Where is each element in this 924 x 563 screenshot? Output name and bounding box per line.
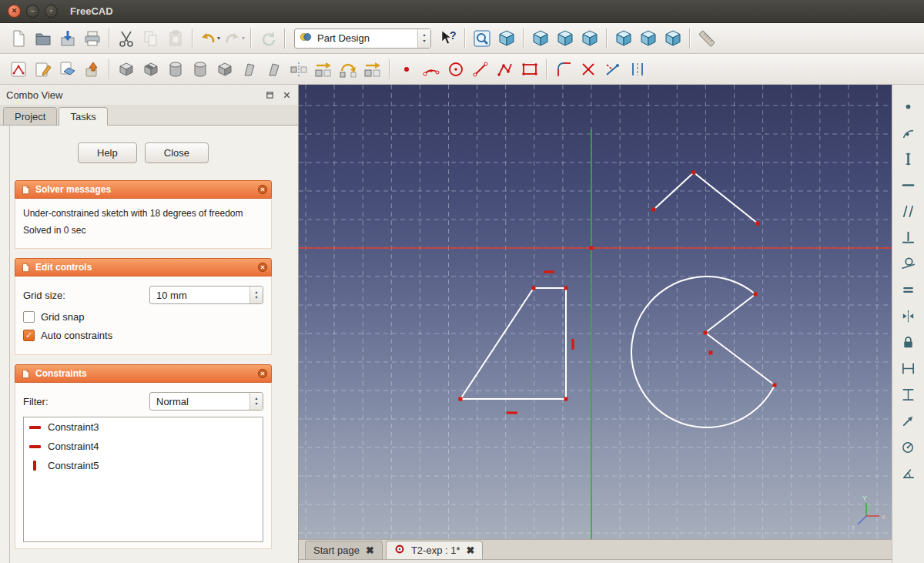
workbench-selector[interactable]: Part Design▴▾ [294,28,431,49]
window-close-button[interactable]: ✕ [8,5,21,18]
pad-button[interactable] [114,57,139,82]
multitransform-button[interactable] [360,57,385,82]
draft-button[interactable] [262,57,286,82]
constraint-list-item[interactable]: Constraint3 [24,417,263,437]
view-top-button[interactable] [553,26,578,51]
refresh-button[interactable] [256,26,280,51]
constraint-parallel-button[interactable] [898,200,919,222]
view-front-button[interactable] [528,26,553,51]
constraint-block-button[interactable] [898,331,919,353]
collapse-section-icon[interactable] [257,184,268,195]
tab-project[interactable]: Project [3,107,57,125]
point-button[interactable] [394,57,419,82]
constraints-section: Constraints Filter: Normal [15,364,272,549]
redo-button[interactable]: ▾ [222,26,246,51]
external-geometry-button[interactable] [601,57,625,82]
constraint-list: Constraint3Constraint4Constraint5 [23,417,263,542]
constraint-horizontal-button[interactable] [898,174,919,196]
polar-pattern-button[interactable] [336,57,360,82]
constraint-equal-button[interactable] [898,279,919,300]
edit-controls-header[interactable]: Edit controls [15,258,272,276]
spinner-arrows-icon[interactable]: ▴▾ [249,287,263,303]
help-button[interactable]: Help [78,142,137,163]
constraint-angle-button[interactable] [898,462,919,484]
edit-sketch-button[interactable] [31,57,55,82]
circle-button[interactable] [444,57,468,82]
undo-button[interactable]: ▾ [197,26,222,51]
document-tabbar: Start page✖T2-exp : 1*✖ [299,539,892,559]
toolbar-partdesign-sketcher [0,54,924,85]
constraint-tangent-button[interactable] [898,253,919,274]
constraint-distance-button[interactable] [898,410,919,431]
3d-viewport[interactable]: Yxz [299,85,892,539]
constraint-distance-x-button[interactable] [898,357,919,379]
pocket-button[interactable] [139,57,163,82]
view-axonometric-button[interactable] [494,26,519,51]
arc-button[interactable] [419,57,444,82]
constraint-distance-y-button[interactable] [898,384,919,405]
constraints-header[interactable]: Constraints [15,364,272,383]
spinner-arrows-icon[interactable]: ▴▾ [417,29,430,48]
spinner-arrows-icon[interactable]: ▴▾ [249,393,263,410]
polyline-button[interactable] [493,57,517,82]
mirrored-button[interactable] [286,57,311,82]
close-tab-icon[interactable]: ✖ [366,545,374,556]
revolution-button[interactable] [163,57,188,82]
groove-button[interactable] [188,57,213,82]
tab-tasks[interactable]: Tasks [59,107,107,126]
create-sketch-button[interactable] [6,57,31,82]
fit-all-button[interactable] [470,26,494,51]
constraint-symmetric-button[interactable] [898,305,919,327]
rectangle-button[interactable] [517,57,542,82]
grid-size-select[interactable]: 10 mm ▴▾ [149,286,263,304]
open-file-button[interactable] [31,26,55,51]
copy-button[interactable] [139,26,163,51]
collapse-section-icon[interactable] [257,368,268,379]
sketch-fillet-button[interactable] [551,57,576,82]
constraint-perpendicular-button[interactable] [898,226,919,248]
document-tab[interactable]: T2-exp : 1*✖ [386,541,484,559]
fillet-button[interactable] [213,57,237,82]
constraint-list-item[interactable]: Constraint5 [24,456,263,475]
line-button[interactable] [468,57,493,82]
collapse-section-icon[interactable] [257,262,268,273]
view-left-button[interactable] [661,26,685,51]
combo-view-header: Combo View [0,85,298,105]
paste-button[interactable] [163,26,188,51]
close-button[interactable]: Close [145,142,209,163]
chamfer-button[interactable] [237,57,262,82]
construction-mode-button[interactable] [625,57,650,82]
grid-snap-checkbox[interactable] [23,311,35,323]
view-rear-button[interactable] [611,26,636,51]
constraint-point-on-object-button[interactable] [898,122,919,143]
window-minimize-button[interactable]: – [26,5,39,18]
dropdown-arrow-icon[interactable]: ▾ [217,35,220,42]
float-panel-icon[interactable] [264,89,275,100]
print-button[interactable] [80,26,105,51]
leave-sketch-button[interactable] [80,57,105,82]
view-right-button[interactable] [578,26,602,51]
dropdown-arrow-icon[interactable]: ▾ [242,35,245,42]
auto-constraints-checkbox[interactable]: ✓ [23,330,35,341]
solver-messages-header[interactable]: Solver messages [15,180,272,199]
constraint-list-item[interactable]: Constraint4 [24,437,263,456]
measure-distance-button[interactable] [695,26,719,51]
map-sketch-button[interactable] [55,57,80,82]
linear-pattern-button[interactable] [311,57,336,82]
constraint-filter-select[interactable]: Normal ▴▾ [149,392,263,411]
new-file-button[interactable] [6,26,31,51]
constraint-vertical-button[interactable] [898,148,919,169]
save-button[interactable] [55,26,80,51]
cut-button[interactable] [114,26,139,51]
constraint-radius-button[interactable] [898,436,919,457]
document-tab[interactable]: Start page✖ [305,541,383,559]
view-bottom-button[interactable] [636,26,661,51]
constraint-coincident-button[interactable] [898,96,919,117]
whats-this-button[interactable]: ? [436,26,460,51]
toolbar-separator [389,59,390,79]
close-tab-icon[interactable]: ✖ [467,545,475,556]
trim-edge-button[interactable] [576,57,601,82]
close-panel-icon[interactable] [281,89,292,100]
window-maximize-button[interactable]: ▫ [45,5,58,18]
sketch-canvas[interactable]: Yxz [299,85,892,539]
